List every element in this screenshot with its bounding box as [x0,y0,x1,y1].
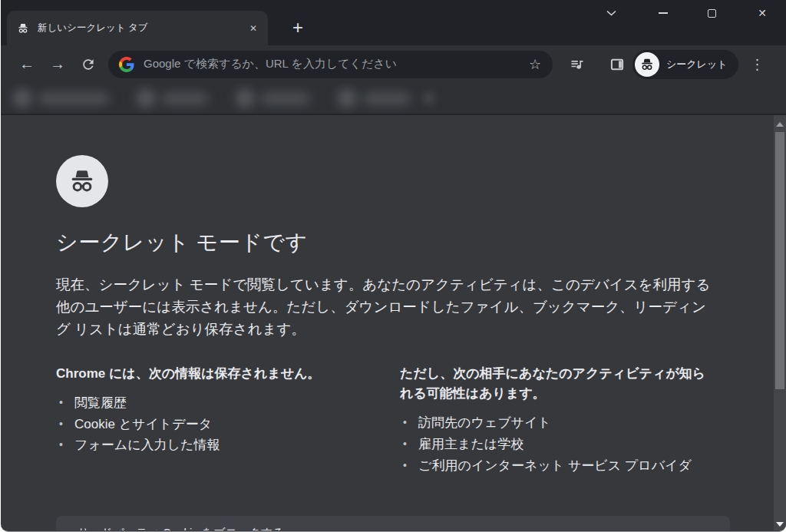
may-see-list: 訪問先のウェブサイト 雇用主または学校 ご利用のインターネット サービス プロバ… [400,412,718,476]
incognito-new-tab-page: シークレット モードです 現在、シークレット モードで閲覧しています。あなたのア… [1,115,786,530]
incognito-icon [16,21,30,35]
title-bar: 新しいシークレット タブ ✕ + ✕ [1,0,786,45]
scroll-up-button[interactable] [774,115,786,129]
address-bar[interactable]: Google で検索するか、URL を入力してください ☆ [108,51,553,78]
not-saved-list: 閲覧履歴 Cookie とサイトデータ フォームに入力した情報 [56,392,362,456]
toolbar: ← → Google で検索するか、URL を入力してください ☆ [1,45,786,83]
tab-close-button[interactable]: ✕ [246,21,260,35]
incognito-badge-label: シークレット [666,58,728,71]
bookmark-item[interactable] [236,89,310,107]
bookmark-label [38,93,109,104]
side-panel-button[interactable] [603,49,631,80]
not-saved-column: Chrome には、次の情報は保存されません。 閲覧履歴 Cookie とサイト… [56,364,362,477]
bookmark-item[interactable] [13,89,109,107]
may-see-column: ただし、次の相手にあなたのアクティビティが知られる可能性はあります。 訪問先のウ… [400,364,718,477]
arrow-down-icon [776,522,784,527]
bookmark-item[interactable] [338,89,411,107]
list-item: ご利用のインターネット サービス プロバイダ [400,455,718,477]
scrollbar[interactable] [774,115,786,530]
tab-incognito-newtab[interactable]: 新しいシークレット タブ ✕ [7,11,268,45]
chevron-down-icon [606,10,616,16]
bookmark-item[interactable] [137,89,208,107]
window-close-button[interactable]: ✕ [751,3,774,23]
info-columns: Chrome には、次の情報は保存されません。 閲覧履歴 Cookie とサイト… [56,364,786,477]
minimize-button[interactable] [652,3,675,23]
bookmark-favicon [137,89,155,107]
address-placeholder: Google で検索するか、URL を入力してください [144,57,525,71]
side-panel-icon [609,57,625,72]
third-party-cookie-card[interactable]: サードパーティ Cookie をブロックする [56,516,730,530]
list-item: Cookie とサイトデータ [56,414,362,435]
arrow-up-icon [776,122,784,127]
bookmarks-bar [1,83,786,115]
maximize-icon [708,9,716,18]
bookmark-favicon [13,89,31,107]
bookmark-favicon[interactable] [424,94,434,103]
back-button[interactable]: ← [12,49,42,80]
reload-icon [81,57,96,72]
media-playlist-icon [570,57,585,72]
incognito-icon [56,155,108,207]
bookmark-star-button[interactable]: ☆ [525,55,545,74]
bookmark-favicon [236,89,254,107]
minimize-icon [659,12,668,14]
tab-title: 新しいシークレット タブ [38,21,246,35]
tab-search-chevron-button[interactable] [599,3,623,23]
media-controls-button[interactable] [563,49,591,80]
forward-button[interactable]: → [42,49,73,80]
menu-kebab-button[interactable]: ⋮ [745,49,771,80]
not-saved-header: Chrome には、次の情報は保存されません。 [56,364,362,384]
scroll-down-button[interactable] [774,515,786,529]
google-logo-icon [119,57,134,72]
page-title: シークレット モードです [56,228,786,257]
browser-window: 新しいシークレット タブ ✕ + ✕ ← → Google で検 [1,0,786,532]
intro-paragraph: 現在、シークレット モードで閲覧しています。あなたのアクティビティは、このデバイ… [56,274,716,341]
cookie-card-label: サードパーティ Cookie をブロックする [78,526,708,530]
list-item: 訪問先のウェブサイト [400,412,718,434]
new-tab-button[interactable]: + [283,13,312,42]
scrollbar-thumb[interactable] [775,132,784,389]
may-see-header: ただし、次の相手にあなたのアクティビティが知られる可能性はあります。 [400,364,718,405]
incognito-icon [635,52,659,77]
list-item: フォームに入力した情報 [56,435,362,456]
maximize-button[interactable] [700,3,723,23]
bookmark-label [261,93,310,104]
list-item: 閲覧履歴 [56,392,362,414]
list-item: 雇用主または学校 [400,434,718,455]
bookmark-label [162,93,208,104]
bookmark-favicon [338,89,356,107]
incognito-profile-badge[interactable]: シークレット [632,50,738,79]
reload-button[interactable] [73,49,104,80]
bookmark-label [363,93,411,104]
